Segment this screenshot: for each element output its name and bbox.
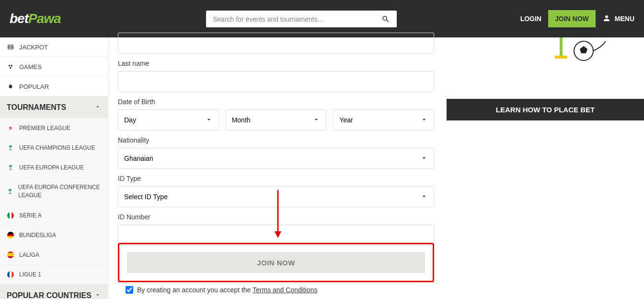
sidebar-item-label: BUNDESLIGA (19, 232, 56, 239)
svg-point-5 (10, 67, 12, 69)
chevron-down-icon (420, 154, 428, 163)
flag-de-icon (7, 231, 14, 239)
first-name-input[interactable] (118, 33, 434, 54)
dob-month-select[interactable]: Month (226, 109, 327, 131)
dob-year-value: Year (339, 116, 353, 124)
plus-icon: + (7, 124, 14, 132)
dob-label: Date of Birth (118, 98, 434, 106)
sidebar-section-popular-countries[interactable]: POPULAR COUNTRIES (0, 285, 108, 299)
chevron-up-icon (94, 103, 101, 112)
terms-row: By creating an account you accept the Te… (126, 286, 434, 294)
terms-checkbox[interactable] (126, 286, 133, 294)
trophy-icon (7, 144, 14, 152)
dob-year-select[interactable]: Year (333, 109, 434, 131)
flag-fr-icon (7, 271, 14, 278)
nationality-value: Ghanaian (124, 155, 153, 162)
sidebar-item-label: LIGUE 1 (19, 271, 41, 278)
popular-icon (7, 83, 14, 90)
svg-point-4 (11, 65, 12, 67)
header-right: LOGIN JOIN NOW MENU (520, 10, 634, 27)
login-link[interactable]: LOGIN (520, 15, 541, 23)
menu-button[interactable]: MENU (602, 14, 634, 24)
sidebar-section-tournaments[interactable]: TOURNAMENTS (0, 96, 108, 119)
terms-link[interactable]: Terms and Conditions (253, 286, 317, 294)
sidebar: JACKPOT GAMES POPULAR TOURNAMENTS + PREM… (0, 37, 108, 299)
join-now-header-button[interactable]: JOIN NOW (548, 10, 596, 27)
dob-day-select[interactable]: Day (118, 109, 219, 131)
sidebar-item-uecl[interactable]: UEFA EUROPA CONFERENCE LEAGUE (0, 178, 108, 206)
sidebar-item-uel[interactable]: UEFA EUROPA LEAGUE (0, 158, 108, 178)
games-icon (7, 63, 14, 71)
search-box[interactable] (206, 11, 397, 27)
header: betPawa LOGIN JOIN NOW MENU (0, 0, 644, 37)
right-column: LEARN HOW TO PLACE BET (444, 37, 644, 299)
sidebar-item-ligue1[interactable]: LIGUE 1 (0, 265, 108, 285)
logo[interactable]: betPawa (10, 11, 61, 26)
chevron-down-icon (205, 116, 213, 125)
svg-rect-7 (555, 56, 567, 59)
flag-es-icon (7, 251, 14, 259)
submit-highlight-box: JOIN NOW (118, 243, 434, 282)
sidebar-item-games[interactable]: GAMES (0, 57, 108, 77)
chevron-down-icon (420, 192, 428, 202)
user-icon (602, 14, 611, 24)
sidebar-item-premier-league[interactable]: + PREMIER LEAGUE (0, 119, 108, 138)
banner-label: LEARN HOW TO PLACE BET (496, 106, 595, 114)
svg-rect-6 (560, 37, 563, 57)
logo-part1: bet (10, 11, 28, 26)
sidebar-item-label: JACKPOT (19, 44, 48, 51)
sidebar-item-label: PREMIER LEAGUE (19, 125, 70, 132)
sidebar-item-label: UEFA EUROPA LEAGUE (19, 164, 84, 171)
id-type-value: Select ID Type (124, 193, 168, 201)
sidebar-item-popular[interactable]: POPULAR (0, 77, 108, 96)
dob-day-value: Day (124, 116, 136, 124)
join-now-submit-button[interactable]: JOIN NOW (127, 252, 425, 273)
logo-part2: Pawa (28, 11, 61, 26)
id-type-label: ID Type (118, 175, 434, 182)
search-icon[interactable] (380, 14, 391, 24)
learn-how-banner[interactable]: LEARN HOW TO PLACE BET (447, 99, 644, 120)
sidebar-item-label: LALIGA (19, 251, 39, 258)
sidebar-item-laliga[interactable]: LALIGA (0, 245, 108, 265)
jackpot-icon (7, 43, 14, 51)
last-name-input[interactable] (118, 71, 434, 92)
last-name-label: Last name (118, 60, 434, 67)
id-type-select[interactable]: Select ID Type (118, 186, 434, 207)
trophy-icon (7, 188, 13, 195)
section-label: POPULAR COUNTRIES (7, 291, 92, 299)
sidebar-item-label: GAMES (19, 63, 42, 71)
id-number-label: ID Number (118, 213, 434, 221)
trophy-icon (7, 164, 14, 171)
main-form: Last name Date of Birth Day Month Year N… (108, 37, 444, 299)
svg-point-3 (9, 65, 11, 67)
svg-rect-0 (8, 45, 13, 49)
chevron-down-icon (420, 116, 428, 125)
sidebar-item-label: SERIE A (19, 212, 42, 219)
sidebar-item-jackpot[interactable]: JACKPOT (0, 37, 108, 57)
menu-label: MENU (615, 15, 634, 23)
nationality-label: Nationality (118, 136, 434, 144)
sidebar-item-serie-a[interactable]: SERIE A (0, 206, 108, 226)
section-label: TOURNAMENTS (7, 103, 66, 112)
chevron-up-icon (94, 291, 101, 299)
nationality-select[interactable]: Ghanaian (118, 148, 434, 169)
ball-illustration (447, 37, 644, 61)
chevron-down-icon (312, 116, 320, 125)
sidebar-item-label: UEFA EUROPA CONFERENCE LEAGUE (18, 183, 101, 200)
sidebar-item-bundesliga[interactable]: BUNDESLIGA (0, 226, 108, 245)
sidebar-item-label: UEFA CHAMPIONS LEAGUE (19, 144, 95, 151)
sidebar-item-ucl[interactable]: UEFA CHAMPIONS LEAGUE (0, 138, 108, 158)
terms-prefix: By creating an account you accept the (137, 286, 253, 294)
flag-it-icon (7, 212, 14, 219)
search-input[interactable] (206, 15, 380, 23)
sidebar-item-label: POPULAR (19, 83, 49, 90)
dob-month-value: Month (232, 116, 251, 124)
